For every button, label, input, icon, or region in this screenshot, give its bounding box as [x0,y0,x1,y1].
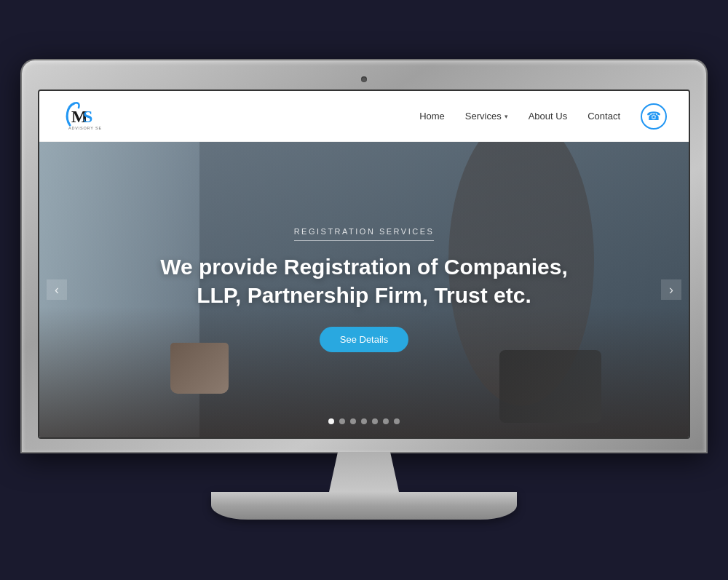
logo-area: M S ADVISORY SERVICES [61,98,102,135]
dot-3[interactable] [350,418,356,424]
hero-section: ‹ REGISTRATION SERVICES We provide Regis… [39,142,689,437]
monitor-stand [211,492,517,520]
nav-item-about[interactable]: About Us [529,111,567,122]
dot-7[interactable] [394,418,400,424]
services-dropdown-arrow: ▾ [505,113,508,120]
nav-menu: Home Services ▾ About Us Contact ☎ [419,103,667,130]
svg-text:ADVISORY SERVICES: ADVISORY SERVICES [68,126,102,130]
dot-6[interactable] [383,418,389,424]
hero-content: REGISTRATION SERVICES We provide Registr… [39,142,689,437]
hero-title: We provide Registration of Companies, LL… [153,253,575,309]
dot-5[interactable] [372,418,378,424]
svg-text:S: S [83,107,92,126]
camera-bar [38,76,690,82]
logo-svg: M S ADVISORY SERVICES [61,98,102,135]
dot-1[interactable] [328,418,334,424]
nav-item-services[interactable]: Services ▾ [465,111,508,122]
nav-item-home[interactable]: Home [419,111,445,122]
slider-prev-button[interactable]: ‹ [47,279,67,300]
monitor-body: M S ADVISORY SERVICES Home Services ▾ [22,60,706,452]
nav-item-contact[interactable]: Contact [587,111,620,122]
site-nav: Home Services ▾ About Us Contact ☎ [419,103,667,130]
monitor-wrapper: M S ADVISORY SERVICES Home Services ▾ [15,60,713,520]
camera-dot [361,76,367,82]
monitor-screen: M S ADVISORY SERVICES Home Services ▾ [38,90,690,439]
site-header: M S ADVISORY SERVICES Home Services ▾ [39,91,689,142]
slider-next-button[interactable]: › [661,279,681,300]
monitor-neck [320,452,408,492]
dot-4[interactable] [361,418,367,424]
website: M S ADVISORY SERVICES Home Services ▾ [39,91,689,437]
phone-button[interactable]: ☎ [641,103,667,130]
dot-2[interactable] [339,418,345,424]
hero-eyebrow: REGISTRATION SERVICES [294,227,435,241]
hero-cta-button[interactable]: See Details [320,327,408,352]
slider-dots [328,418,400,424]
